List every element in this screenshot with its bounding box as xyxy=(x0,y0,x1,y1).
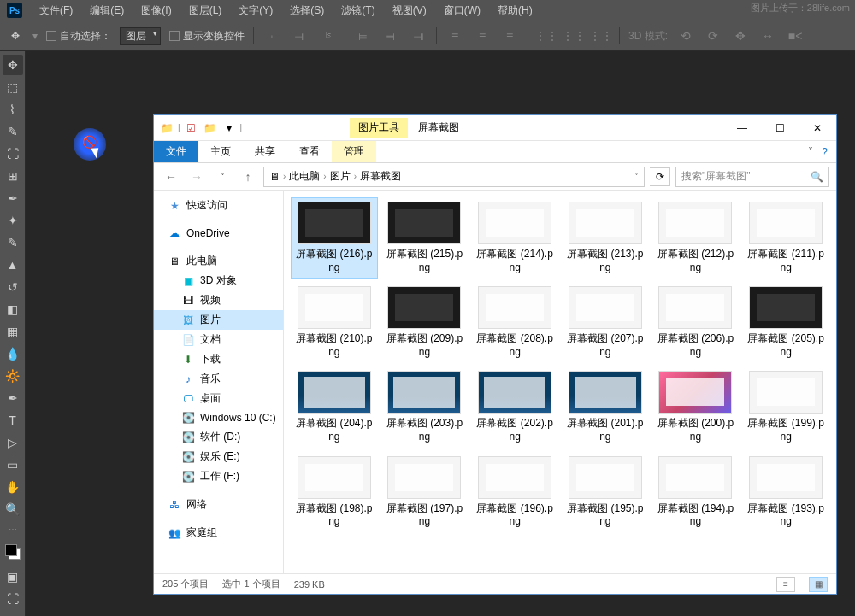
file-item[interactable]: 屏幕截图 (198).png xyxy=(291,452,378,533)
file-item[interactable]: 屏幕截图 (201).png xyxy=(562,367,649,448)
qat-dropdown-icon[interactable]: ▾ xyxy=(221,120,237,136)
menu-item-6[interactable]: 滤镜(T) xyxy=(333,3,383,18)
qat-properties-icon[interactable]: ☑ xyxy=(184,120,199,136)
search-input[interactable]: 搜索"屏幕截图" 🔍 xyxy=(675,167,829,187)
crop-tool[interactable]: ⛶ xyxy=(3,144,23,164)
file-item[interactable]: 屏幕截图 (208).png xyxy=(471,282,558,363)
nav-drive-e[interactable]: 💽娱乐 (E:) xyxy=(154,447,283,466)
file-item[interactable]: 屏幕截图 (202).png xyxy=(471,367,558,448)
distribute-4-icon[interactable]: ⋮⋮ xyxy=(537,26,556,45)
mode-3d-zoom-icon[interactable]: ■< xyxy=(786,26,805,45)
crumb-pc[interactable]: 此电脑 xyxy=(289,169,320,184)
file-item[interactable]: 屏幕截图 (215).png xyxy=(381,197,469,279)
distribute-3-icon[interactable]: ≡ xyxy=(500,26,519,45)
file-view[interactable]: 屏幕截图 (216).png屏幕截图 (215).png屏幕截图 (214).p… xyxy=(284,191,836,573)
menu-item-2[interactable]: 图像(I) xyxy=(133,3,180,18)
file-item[interactable]: 屏幕截图 (204).png xyxy=(291,367,378,448)
file-item[interactable]: 屏幕截图 (206).png xyxy=(652,282,740,363)
align-bottom-icon[interactable]: ⫡ xyxy=(317,26,336,45)
nav-onedrive[interactable]: ☁OneDrive xyxy=(154,224,283,243)
type-tool[interactable]: T xyxy=(3,410,23,431)
nav-up-button[interactable]: ↑ xyxy=(238,167,258,187)
heal-tool[interactable]: ✦ xyxy=(3,210,23,231)
nav-recent-dropdown[interactable]: ˅ xyxy=(212,167,233,187)
nav-quick-access[interactable]: ★快速访问 xyxy=(154,196,283,215)
auto-select-checkbox[interactable]: 自动选择： xyxy=(46,29,111,44)
file-item[interactable]: 屏幕截图 (197).png xyxy=(381,452,469,533)
crumb-pictures[interactable]: 图片 xyxy=(330,169,351,184)
nav-documents[interactable]: 📄文档 xyxy=(154,330,283,349)
maximize-button[interactable]: ☐ xyxy=(761,115,799,141)
ribbon-expand-icon[interactable]: ˅ xyxy=(808,146,813,158)
tab-view[interactable]: 查看 xyxy=(287,141,332,162)
menu-item-9[interactable]: 帮助(H) xyxy=(489,3,541,18)
distribute-2-icon[interactable]: ≡ xyxy=(473,26,492,45)
distribute-6-icon[interactable]: ⋮⋮ xyxy=(592,26,610,45)
eraser-tool[interactable]: ◧ xyxy=(3,299,23,320)
mode-3d-slide-icon[interactable]: ↔ xyxy=(758,26,777,45)
nav-this-pc[interactable]: 🖥此电脑 xyxy=(154,251,283,271)
file-item[interactable]: 屏幕截图 (214).png xyxy=(471,197,558,279)
blur-tool[interactable]: 💧 xyxy=(3,343,23,364)
gradient-tool[interactable]: ▦ xyxy=(3,321,23,342)
show-transform-checkbox[interactable]: 显示变换控件 xyxy=(169,29,245,44)
file-item[interactable]: 屏幕截图 (212).png xyxy=(652,197,740,279)
shape-tool[interactable]: ▭ xyxy=(3,455,23,475)
file-item[interactable]: 屏幕截图 (216).png xyxy=(291,197,378,279)
hand-tool[interactable]: ✋ xyxy=(3,477,23,497)
brush-tool[interactable]: ✎ xyxy=(3,232,23,253)
nav-pictures[interactable]: 🖼图片 xyxy=(154,310,283,330)
view-details-button[interactable]: ≡ xyxy=(776,577,795,592)
minimize-button[interactable]: — xyxy=(723,115,761,141)
address-dropdown-icon[interactable]: ˅ xyxy=(634,172,639,181)
nav-drive-c[interactable]: 💽Windows 10 (C:) xyxy=(154,408,283,427)
tab-home[interactable]: 主页 xyxy=(198,141,243,162)
align-hcenter-icon[interactable]: ⫤ xyxy=(381,26,400,45)
menu-item-5[interactable]: 选择(S) xyxy=(281,3,333,18)
file-item[interactable]: 屏幕截图 (200).png xyxy=(652,367,740,448)
distribute-5-icon[interactable]: ⋮⋮ xyxy=(564,26,583,45)
nav-music[interactable]: ♪音乐 xyxy=(154,369,283,389)
pen-tool[interactable]: ✒ xyxy=(3,388,23,408)
menu-item-8[interactable]: 窗口(W) xyxy=(435,3,489,18)
menu-item-4[interactable]: 文字(Y) xyxy=(230,3,281,18)
tab-file[interactable]: 文件 xyxy=(154,141,198,162)
marquee-tool[interactable]: ⬚ xyxy=(3,77,23,97)
file-item[interactable]: 屏幕截图 (195).png xyxy=(562,452,649,533)
nav-desktop[interactable]: 🖵桌面 xyxy=(154,389,283,408)
nav-back-button[interactable]: ← xyxy=(161,167,181,187)
menu-item-1[interactable]: 编辑(E) xyxy=(81,3,133,18)
file-item[interactable]: 屏幕截图 (213).png xyxy=(562,197,649,279)
mode-3d-roll-icon[interactable]: ⟳ xyxy=(704,26,722,45)
explorer-titlebar[interactable]: 📁 | ☑ 📁 ▾ | 图片工具 屏幕截图 — ☐ ✕ xyxy=(154,115,836,141)
file-item[interactable]: 屏幕截图 (203).png xyxy=(381,367,469,448)
address-bar[interactable]: 🖥 › 此电脑 › 图片 › 屏幕截图 ˅ xyxy=(263,167,645,187)
mode-3d-orbit-icon[interactable]: ⟲ xyxy=(676,26,695,45)
tab-share[interactable]: 共享 xyxy=(243,141,287,162)
refresh-button[interactable]: ⟳ xyxy=(650,167,670,186)
nav-videos[interactable]: 🎞视频 xyxy=(154,290,283,310)
color-swatch[interactable] xyxy=(5,544,21,560)
lasso-tool[interactable]: ⌇ xyxy=(3,99,23,120)
crumb-screenshots[interactable]: 屏幕截图 xyxy=(360,169,401,184)
nav-drive-f[interactable]: 💽工作 (F:) xyxy=(154,466,283,486)
file-item[interactable]: 屏幕截图 (194).png xyxy=(652,452,740,533)
nav-forward-button[interactable]: → xyxy=(186,167,207,187)
nav-network[interactable]: 🖧网络 xyxy=(154,495,283,514)
menu-item-3[interactable]: 图层(L) xyxy=(180,3,231,18)
layer-dropdown[interactable]: 图层 xyxy=(120,27,161,45)
file-item[interactable]: 屏幕截图 (193).png xyxy=(742,452,829,533)
history-brush-tool[interactable]: ↺ xyxy=(3,277,23,297)
nav-homegroup[interactable]: 👥家庭组 xyxy=(154,523,283,543)
close-button[interactable]: ✕ xyxy=(799,115,836,141)
help-icon[interactable]: ? xyxy=(822,146,828,158)
file-item[interactable]: 屏幕截图 (209).png xyxy=(381,282,469,363)
distribute-1-icon[interactable]: ≡ xyxy=(445,26,464,45)
qat-open-icon[interactable]: 📁 xyxy=(203,120,218,136)
dodge-tool[interactable]: 🔆 xyxy=(3,366,23,386)
nav-drive-d[interactable]: 💽软件 (D:) xyxy=(154,427,283,447)
eyedropper-tool[interactable]: ✒ xyxy=(3,188,23,208)
quick-mask-tool[interactable]: ▣ xyxy=(3,566,23,587)
align-right-icon[interactable]: ⫣ xyxy=(409,26,428,45)
align-left-icon[interactable]: ⫢ xyxy=(354,26,373,45)
